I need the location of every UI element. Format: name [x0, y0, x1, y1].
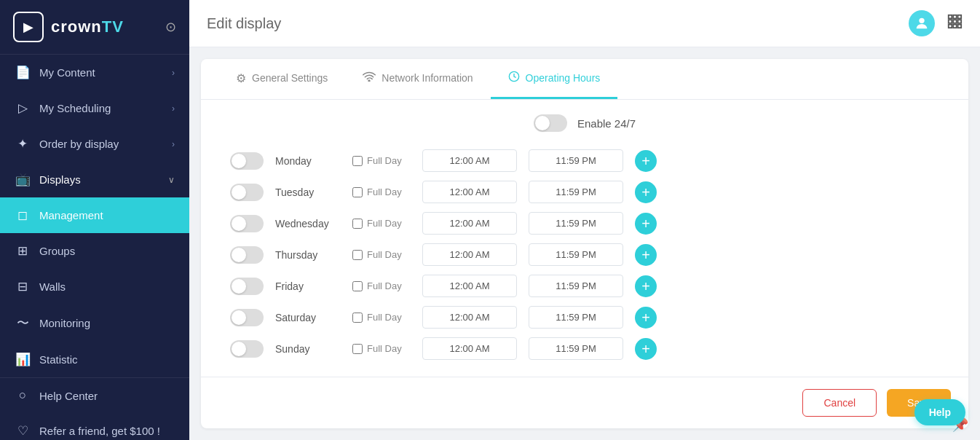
thursday-fullday-checkbox[interactable] — [352, 250, 363, 260]
wednesday-fullday: Full Day — [352, 218, 411, 229]
logo-area[interactable]: ▶ crownTV ⊙ — [0, 0, 189, 55]
svg-rect-8 — [953, 25, 957, 28]
thursday-start-time[interactable] — [422, 243, 517, 266]
grid-icon[interactable] — [947, 13, 963, 34]
wednesday-end-time[interactable] — [529, 212, 623, 235]
sidebar-item-help-center[interactable]: ○ Help Center — [0, 378, 189, 413]
sidebar-item-my-scheduling[interactable]: ▷ My Scheduling › — [0, 90, 189, 126]
svg-rect-7 — [949, 25, 952, 28]
friday-fullday-checkbox[interactable] — [352, 281, 363, 291]
document-icon: 📄 — [15, 65, 31, 80]
day-row-monday: Monday Full Day + — [230, 149, 939, 172]
wednesday-fullday-checkbox[interactable] — [352, 219, 363, 229]
sunday-fullday-checkbox[interactable] — [352, 344, 363, 354]
tab-network-information[interactable]: Network Information — [345, 60, 490, 98]
heart-icon: ♡ — [15, 423, 31, 439]
tuesday-start-time[interactable] — [422, 181, 517, 203]
svg-rect-2 — [953, 15, 957, 19]
management-icon: ◻ — [15, 208, 31, 223]
sunday-fullday: Full Day — [352, 343, 411, 354]
thursday-add-button[interactable]: + — [635, 244, 657, 266]
sidebar-item-management[interactable]: ◻ Management — [0, 197, 189, 233]
logo-sub-icon: ⊙ — [165, 19, 176, 35]
saturday-end-time[interactable] — [529, 306, 623, 329]
sidebar-item-label: Displays — [39, 173, 81, 186]
wednesday-fullday-label: Full Day — [367, 218, 402, 229]
sidebar-item-label: Order by display — [39, 138, 119, 150]
enable-247-toggle[interactable] — [534, 114, 567, 132]
help-button[interactable]: Help — [914, 399, 965, 425]
friday-start-time[interactable] — [422, 275, 517, 297]
saturday-add-button[interactable]: + — [635, 307, 657, 329]
monday-toggle[interactable] — [230, 152, 264, 170]
thursday-toggle[interactable] — [230, 246, 264, 264]
saturday-fullday-checkbox[interactable] — [352, 313, 363, 323]
thursday-end-time[interactable] — [529, 243, 623, 266]
sidebar-item-monitoring[interactable]: 〜 Monitoring — [0, 305, 189, 342]
sidebar-item-refer[interactable]: ♡ Refer a friend, get $100 ! — [0, 413, 189, 440]
sidebar-item-statistic[interactable]: 📊 Statistic — [0, 342, 189, 377]
tuesday-add-button[interactable]: + — [635, 181, 657, 203]
card-body: Enable 24/7 Monday Full Day + Tuesday Fu… — [201, 100, 968, 377]
tuesday-fullday: Full Day — [352, 186, 411, 197]
monday-fullday-label: Full Day — [367, 155, 402, 166]
monday-add-button[interactable]: + — [635, 150, 657, 172]
sidebar-item-label: Help Center — [39, 390, 98, 402]
tab-general-settings[interactable]: ⚙ General Settings — [218, 60, 345, 99]
chevron-down-icon: ∨ — [168, 175, 175, 185]
day-row-thursday: Thursday Full Day + — [230, 243, 939, 266]
thursday-fullday-label: Full Day — [367, 249, 402, 260]
avatar[interactable] — [909, 10, 935, 36]
saturday-fullday: Full Day — [352, 312, 411, 323]
day-row-wednesday: Wednesday Full Day + — [230, 212, 939, 235]
sidebar-item-walls[interactable]: ⊟ Walls — [0, 269, 189, 305]
gear-icon: ⚙ — [236, 71, 246, 85]
tuesday-name: Tuesday — [275, 186, 341, 198]
sidebar-item-order-by-display[interactable]: ✦ Order by display › — [0, 126, 189, 162]
saturday-start-time[interactable] — [422, 306, 517, 329]
svg-point-0 — [919, 18, 924, 23]
scheduling-icon: ▷ — [15, 101, 31, 116]
tuesday-end-time[interactable] — [529, 181, 623, 203]
day-row-saturday: Saturday Full Day + — [230, 306, 939, 329]
monitoring-icon: 〜 — [15, 315, 31, 331]
sidebar-item-label: Refer a friend, get $100 ! — [39, 425, 160, 437]
sidebar-item-displays[interactable]: 📺 Displays ∨ — [0, 162, 189, 197]
tabs-bar: ⚙ General Settings Network Information — [201, 59, 968, 100]
monday-start-time[interactable] — [422, 149, 517, 172]
day-row-friday: Friday Full Day + — [230, 275, 939, 297]
friday-toggle[interactable] — [230, 278, 264, 295]
main-area: Edit display ⚙ General Settings — [189, 0, 980, 440]
sunday-toggle[interactable] — [230, 340, 264, 358]
friday-end-time[interactable] — [529, 275, 623, 297]
sidebar-nav: 📄 My Content › ▷ My Scheduling › ✦ Order… — [0, 55, 189, 377]
wednesday-start-time[interactable] — [422, 212, 517, 235]
monday-name: Monday — [275, 155, 341, 167]
walls-icon: ⊟ — [15, 279, 31, 294]
sidebar-item-label: My Content — [39, 66, 95, 79]
cancel-button[interactable]: Cancel — [802, 389, 877, 417]
monday-end-time[interactable] — [529, 149, 623, 172]
sunday-add-button[interactable]: + — [635, 338, 657, 360]
sunday-end-time[interactable] — [529, 337, 623, 360]
sunday-fullday-label: Full Day — [367, 343, 402, 354]
friday-add-button[interactable]: + — [635, 275, 657, 297]
tuesday-toggle[interactable] — [230, 184, 264, 201]
monday-fullday-checkbox[interactable] — [352, 156, 363, 166]
tab-operating-hours[interactable]: Operating Hours — [491, 59, 618, 99]
wednesday-add-button[interactable]: + — [635, 213, 657, 235]
friday-fullday-label: Full Day — [367, 280, 402, 291]
sidebar-item-my-content[interactable]: 📄 My Content › — [0, 55, 189, 90]
chevron-right-icon: › — [172, 139, 175, 149]
sunday-start-time[interactable] — [422, 337, 517, 360]
svg-rect-1 — [949, 15, 952, 19]
day-row-tuesday: Tuesday Full Day + — [230, 181, 939, 203]
page-title: Edit display — [207, 15, 281, 32]
tuesday-fullday-checkbox[interactable] — [352, 187, 363, 197]
sidebar-item-groups[interactable]: ⊞ Groups — [0, 233, 189, 269]
friday-fullday: Full Day — [352, 280, 411, 291]
wednesday-toggle[interactable] — [230, 215, 264, 232]
sidebar-item-label: My Scheduling — [39, 102, 111, 114]
svg-rect-5 — [953, 20, 957, 23]
saturday-toggle[interactable] — [230, 309, 264, 326]
